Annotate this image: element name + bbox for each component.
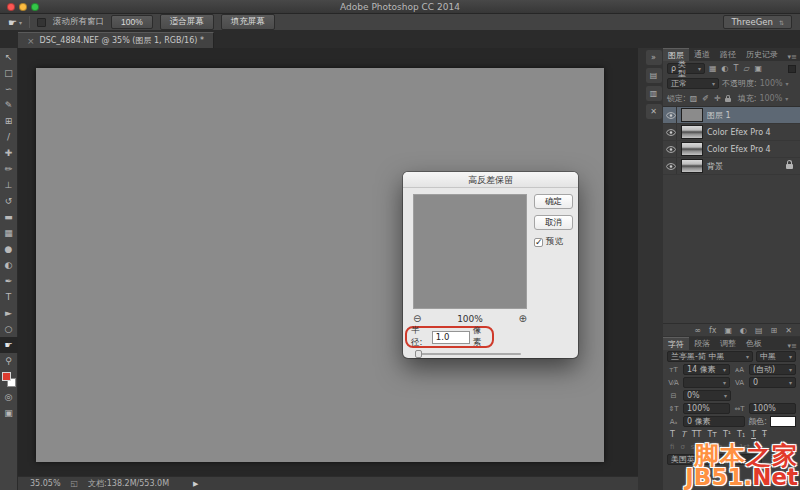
preview-checkbox[interactable]: [534, 238, 543, 247]
zoom-tool[interactable]: ⚲: [0, 353, 18, 369]
clone-stamp-tool[interactable]: ⊥: [0, 177, 18, 193]
dialog-preview[interactable]: [413, 194, 527, 309]
foreground-color-swatch[interactable]: [2, 372, 11, 381]
slider-track[interactable]: [415, 353, 521, 355]
scroll-all-windows-checkbox[interactable]: [37, 18, 46, 27]
text-color-swatch[interactable]: [770, 416, 796, 427]
tab-history[interactable]: 历史记录: [741, 48, 783, 61]
filter-adjustment-layers-icon[interactable]: ◐: [721, 64, 730, 73]
tab-adjustments[interactable]: 调整: [715, 337, 741, 350]
filter-smart-objects-icon[interactable]: ▣: [754, 64, 764, 73]
document-tab[interactable]: × DSC_4884.NEF @ 35% (图层 1, RGB/16) *: [18, 32, 214, 48]
layer-mask-icon[interactable]: ▣: [723, 326, 733, 335]
visibility-toggle[interactable]: [666, 158, 677, 174]
lock-position-icon[interactable]: ✛: [713, 94, 722, 103]
eyedropper-tool[interactable]: /: [0, 129, 18, 145]
font-family-dropdown[interactable]: 兰亭黑-简 中黑: [667, 351, 753, 362]
properties-panel-icon[interactable]: ▥: [646, 86, 662, 101]
collapse-panels-icon[interactable]: »: [646, 50, 662, 65]
layer-thumbnail[interactable]: [681, 108, 703, 122]
filter-shape-layers-icon[interactable]: ▱: [742, 64, 750, 73]
adjustments-panel-icon[interactable]: ▤: [646, 68, 662, 83]
close-window-button[interactable]: [7, 3, 15, 11]
history-brush-tool[interactable]: ↺: [0, 193, 18, 209]
small-caps-button[interactable]: Tᴛ: [706, 430, 718, 439]
chevron-down-icon[interactable]: ▾: [786, 80, 789, 87]
cancel-button[interactable]: 取消: [534, 215, 573, 230]
new-layer-icon[interactable]: ⊞: [770, 326, 779, 335]
standard-ligatures-button[interactable]: fi: [669, 443, 675, 451]
tab-swatches[interactable]: 色板: [741, 337, 767, 350]
vertical-scale-field[interactable]: 100%: [683, 403, 730, 414]
close-panel-icon[interactable]: ✕: [646, 104, 662, 119]
workspace-switcher[interactable]: ThreeGen ⇅: [723, 15, 792, 29]
strikethrough-button[interactable]: Ŧ: [761, 430, 768, 439]
superscript-button[interactable]: T¹: [722, 430, 732, 439]
all-caps-button[interactable]: TT: [691, 430, 703, 439]
filter-pixel-layers-icon[interactable]: ▦: [708, 64, 718, 73]
faux-bold-button[interactable]: T: [669, 430, 676, 439]
color-swatches[interactable]: [0, 370, 18, 389]
fill-screen-button[interactable]: 填充屏幕: [221, 14, 275, 30]
tab-paths[interactable]: 路径: [715, 48, 741, 61]
crop-tool[interactable]: ⊞: [0, 113, 18, 129]
背景[interactable]: 背景: [663, 158, 800, 175]
tab-paragraph[interactable]: 段落: [689, 337, 715, 350]
fill-value[interactable]: 100%: [759, 94, 782, 103]
radius-slider[interactable]: [415, 350, 521, 358]
layer-group-icon[interactable]: ▤: [754, 326, 764, 335]
font-size-dropdown[interactable]: 14 像素: [683, 364, 730, 375]
dodge-tool[interactable]: ◐: [0, 257, 18, 273]
filter-type-layers-icon[interactable]: T: [733, 64, 740, 73]
layer-thumbnail[interactable]: [681, 159, 703, 173]
type-tool[interactable]: T: [0, 289, 18, 305]
brush-tool[interactable]: ✏: [0, 161, 18, 177]
layer-thumbnail[interactable]: [681, 142, 703, 156]
visibility-toggle[interactable]: [666, 107, 677, 123]
fit-screen-button[interactable]: 适合屏幕: [160, 14, 214, 30]
visibility-toggle[interactable]: [666, 141, 677, 157]
marquee-tool[interactable]: □: [0, 65, 18, 81]
zoom-level-field[interactable]: 35.05%: [30, 479, 61, 488]
blur-tool[interactable]: ●: [0, 241, 18, 257]
opacity-value[interactable]: 100%: [760, 79, 783, 88]
zoom-in-icon[interactable]: ⊕: [519, 313, 527, 324]
shape-tool[interactable]: ○: [0, 321, 18, 337]
quick-mask-button[interactable]: ◎: [0, 389, 18, 405]
minimize-window-button[interactable]: [19, 3, 27, 11]
move-tool[interactable]: ↖: [0, 49, 18, 65]
status-menu-arrow-icon[interactable]: ▶: [193, 480, 198, 488]
Color Efex Pro 4[interactable]: Color Efex Pro 4: [663, 124, 800, 141]
hand-tool[interactable]: ☛: [0, 337, 18, 353]
layer-thumbnail[interactable]: [681, 125, 703, 139]
subscript-button[interactable]: T₁: [736, 430, 746, 439]
kerning-dropdown[interactable]: [683, 377, 730, 388]
ok-button[interactable]: 确定: [534, 194, 573, 209]
lock-transparent-icon[interactable]: ▨: [689, 94, 699, 103]
quick-selection-tool[interactable]: ✎: [0, 97, 18, 113]
underline-button[interactable]: T: [750, 430, 757, 439]
visibility-toggle[interactable]: [666, 124, 677, 140]
slider-thumb[interactable]: [415, 350, 422, 358]
path-selection-tool[interactable]: ►: [0, 305, 18, 321]
healing-brush-tool[interactable]: ✚: [0, 145, 18, 161]
tsume-dropdown[interactable]: 0%: [683, 390, 731, 401]
baseline-shift-field[interactable]: 0 像素: [683, 416, 745, 427]
lasso-tool[interactable]: ∽: [0, 81, 18, 97]
font-style-dropdown[interactable]: 中黑: [756, 351, 796, 362]
link-layers-icon[interactable]: ∞: [693, 326, 702, 335]
blend-mode-dropdown[interactable]: 正常: [667, 78, 719, 89]
panel-menu-icon[interactable]: ▾≡: [788, 342, 800, 350]
lock-all-icon[interactable]: [725, 98, 731, 102]
delete-layer-icon[interactable]: ✕: [784, 326, 793, 335]
tracking-dropdown[interactable]: 0: [749, 377, 796, 388]
pen-tool[interactable]: ✒: [0, 273, 18, 289]
lock-image-icon[interactable]: ✐: [701, 94, 710, 103]
eraser-tool[interactable]: ▬: [0, 209, 18, 225]
adjustment-layer-icon[interactable]: ◐: [739, 326, 748, 335]
zoom-window-button[interactable]: [31, 3, 39, 11]
layer-filter-kind-dropdown[interactable]: ρ 类型: [667, 63, 705, 74]
current-tool-indicator[interactable]: ☛ ▾: [8, 17, 22, 28]
gradient-tool[interactable]: ▦: [0, 225, 18, 241]
Color Efex Pro 4[interactable]: Color Efex Pro 4: [663, 141, 800, 158]
